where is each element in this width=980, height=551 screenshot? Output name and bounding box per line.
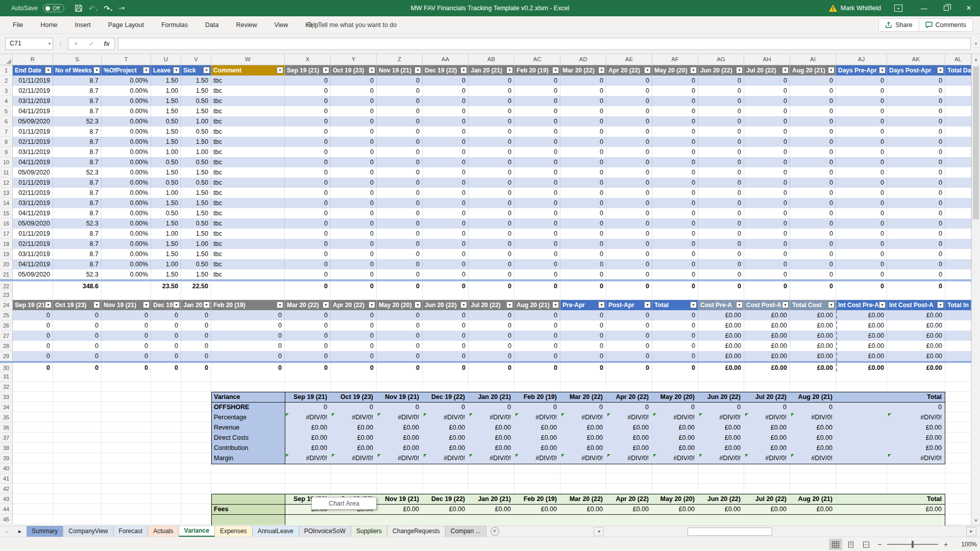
cell[interactable]: £0.00 xyxy=(331,433,377,443)
cell[interactable] xyxy=(514,484,560,494)
cell[interactable]: 01/11/2019 xyxy=(13,229,53,239)
cell[interactable] xyxy=(887,463,945,473)
cell[interactable]: 0 xyxy=(836,157,887,167)
cell[interactable]: 0 xyxy=(285,403,331,413)
cell[interactable]: 04/11/2019 xyxy=(13,157,53,167)
cell[interactable] xyxy=(945,137,971,147)
cell[interactable]: 0 xyxy=(377,269,423,280)
sheet-tab-actuals[interactable]: Actuals xyxy=(148,526,179,537)
cell[interactable]: £0.00 xyxy=(377,433,423,443)
cell[interactable] xyxy=(945,218,971,229)
cell[interactable]: £0.00 xyxy=(790,310,836,320)
cell[interactable] xyxy=(945,178,971,188)
cell[interactable]: 0 xyxy=(515,403,561,413)
cell[interactable]: 0 xyxy=(423,76,469,86)
cell[interactable] xyxy=(53,412,102,422)
cell[interactable] xyxy=(514,290,560,300)
filter-header-AF[interactable]: Total▾ xyxy=(652,300,698,310)
cell[interactable]: 0 xyxy=(744,157,790,167)
cell[interactable]: 0.00% xyxy=(102,239,151,249)
filter-header-AK[interactable]: Days Post-Apr▾ xyxy=(887,65,945,76)
sheet-tab-scroll-right-icon[interactable]: ► xyxy=(13,526,27,537)
cell[interactable] xyxy=(13,514,53,524)
cell[interactable]: 1.50 xyxy=(151,127,181,137)
cell[interactable] xyxy=(836,463,887,473)
cell[interactable]: 0 xyxy=(836,208,887,218)
cell[interactable] xyxy=(652,382,698,392)
cell[interactable]: 1.50 xyxy=(151,96,181,106)
column-header-X[interactable]: X xyxy=(285,54,331,65)
cell[interactable]: 0.50 xyxy=(151,208,181,218)
filter-dropdown-icon[interactable]: ▾ xyxy=(323,67,329,73)
cell[interactable]: Total xyxy=(888,494,945,504)
cell[interactable]: 0 xyxy=(606,218,652,229)
cell[interactable] xyxy=(945,116,971,127)
filter-header-AK[interactable]: Int Cost Post-A▾ xyxy=(887,300,945,310)
cell[interactable]: tbc xyxy=(211,106,285,116)
filter-dropdown-icon[interactable]: ▾ xyxy=(552,67,559,73)
cell[interactable] xyxy=(151,463,181,473)
cell[interactable] xyxy=(102,281,151,290)
cell[interactable] xyxy=(790,473,836,484)
row-header-24[interactable]: 24 xyxy=(0,300,13,310)
cell[interactable]: 0 xyxy=(285,147,331,157)
cell[interactable]: 0 xyxy=(377,76,423,86)
row-header-1[interactable]: 1 xyxy=(0,65,13,76)
cell[interactable] xyxy=(151,453,181,463)
cell[interactable]: 0 xyxy=(606,281,652,290)
ribbon-display-options-icon[interactable]: ▴ xyxy=(894,5,902,12)
filter-dropdown-icon[interactable]: ▾ xyxy=(598,302,605,308)
cell[interactable] xyxy=(514,382,560,392)
cell[interactable]: £0.00 xyxy=(699,443,745,454)
cell[interactable]: 0 xyxy=(606,351,652,361)
column-header-AG[interactable]: AG xyxy=(698,54,744,65)
cell[interactable]: £0.00 xyxy=(836,351,887,361)
cell[interactable]: 0 xyxy=(102,331,151,341)
cell[interactable]: 0 xyxy=(377,331,423,341)
cell[interactable]: 0 xyxy=(331,167,377,178)
cell[interactable]: #DIV/0! xyxy=(745,413,791,423)
cell[interactable]: 0 xyxy=(606,188,652,198)
cell[interactable]: 0 xyxy=(560,331,606,341)
cell[interactable]: Dec 19 (22) xyxy=(423,392,469,402)
cell[interactable]: 0 xyxy=(790,269,836,280)
cell[interactable]: 0 xyxy=(377,229,423,239)
cell[interactable]: 0 xyxy=(423,178,469,188)
cell[interactable]: 0 xyxy=(377,106,423,116)
cell[interactable]: 0 xyxy=(698,147,744,157)
cell[interactable] xyxy=(698,484,744,494)
cell[interactable] xyxy=(13,412,53,422)
cell[interactable]: 0 xyxy=(606,229,652,239)
cell[interactable] xyxy=(469,463,514,473)
cell[interactable]: 0 xyxy=(285,137,331,147)
cell[interactable]: 1.00 xyxy=(151,259,181,269)
cell[interactable]: 0 xyxy=(514,331,560,341)
cell[interactable]: £0.00 xyxy=(607,443,653,454)
cell[interactable]: Dec 19 (22) xyxy=(423,494,469,504)
cell[interactable]: Feb 20 (19) xyxy=(515,392,561,402)
cell[interactable]: 0.00% xyxy=(102,157,151,167)
close-button[interactable]: × xyxy=(958,0,980,16)
cell[interactable] xyxy=(652,371,698,382)
column-header-AI[interactable]: AI xyxy=(790,54,836,65)
page-break-view-icon[interactable] xyxy=(860,539,873,550)
row-header-40[interactable]: 40 xyxy=(0,463,13,473)
cell[interactable]: tbc xyxy=(211,188,285,198)
cell[interactable] xyxy=(102,494,151,504)
cell[interactable] xyxy=(652,473,698,484)
cell[interactable]: 0 xyxy=(331,351,377,361)
filter-header-R[interactable]: End Date▾ xyxy=(13,65,53,76)
cell[interactable]: 8.7 xyxy=(53,239,102,249)
vertical-scrollbar-thumb[interactable] xyxy=(973,66,979,219)
cell[interactable]: 0 xyxy=(331,127,377,137)
cell[interactable] xyxy=(151,371,181,382)
cell[interactable]: tbc xyxy=(211,127,285,137)
cell[interactable]: 0 xyxy=(514,239,560,249)
cell[interactable] xyxy=(285,290,331,300)
cell[interactable]: 0 xyxy=(744,137,790,147)
cell[interactable]: 0 xyxy=(181,320,211,331)
cell[interactable]: 0 xyxy=(560,157,606,167)
cell[interactable] xyxy=(945,341,971,351)
cell[interactable]: 0 xyxy=(790,239,836,249)
cell[interactable]: 0 xyxy=(560,320,606,331)
